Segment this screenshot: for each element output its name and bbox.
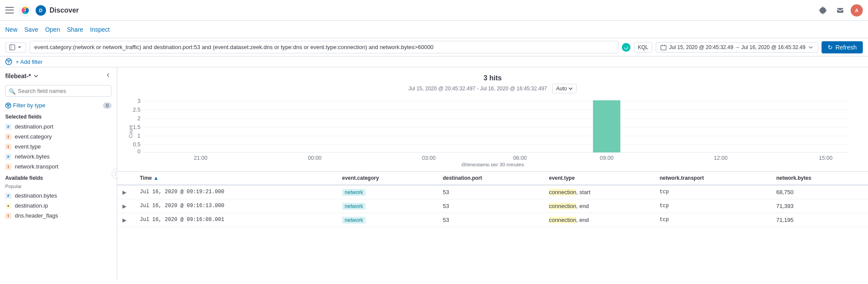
row-network-bytes: 71,393 <box>771 199 868 213</box>
top-icons: A <box>816 3 863 17</box>
svg-text:15:00: 15:00 <box>819 155 833 161</box>
time-picker[interactable]: Jul 15, 2020 @ 20:45:32.49 → Jul 16, 202… <box>656 42 818 53</box>
field-type-badge: # <box>5 124 11 130</box>
row-event-category: network <box>337 185 438 199</box>
resize-icon <box>115 171 117 176</box>
share-button[interactable]: Share <box>67 24 83 35</box>
selected-field-item[interactable]: t event.type <box>0 142 117 152</box>
hamburger-menu[interactable] <box>5 6 14 15</box>
search-field-container: 🔍 <box>5 85 112 97</box>
query-input[interactable] <box>30 41 618 53</box>
row-network-bytes: 68,750 <box>771 185 868 199</box>
refresh-button[interactable]: ↻ Refresh <box>822 41 863 53</box>
th-network-transport[interactable]: network.transport <box>654 172 771 185</box>
row-network-transport: tcp <box>654 185 771 199</box>
svg-text:03:00: 03:00 <box>422 155 436 161</box>
query-submit-btn[interactable] <box>622 43 630 52</box>
svg-text:00:00: 00:00 <box>308 155 322 161</box>
row-destination-port: 53 <box>438 199 544 213</box>
filter-options-btn[interactable] <box>5 58 12 65</box>
inspect-button[interactable]: Inspect <box>90 24 110 35</box>
index-pattern-label: filebeat-* <box>5 73 31 79</box>
th-network-bytes-label: network.bytes <box>776 175 812 181</box>
index-pattern-selector[interactable]: filebeat-* <box>5 73 39 79</box>
svg-point-3 <box>22 8 25 13</box>
table-header-row: Time ▲ event.category destination.port e… <box>117 172 868 185</box>
field-name: event.category <box>15 133 52 140</box>
chart-time-range-bar: Jul 15, 2020 @ 20:45:32.497 - Jul 16, 20… <box>128 84 858 93</box>
search-field-input[interactable] <box>5 85 112 97</box>
sort-asc-icon: ▲ <box>153 175 158 181</box>
row-network-transport: tcp <box>654 213 771 227</box>
add-filter-button[interactable]: + Add filter <box>16 59 43 65</box>
open-button[interactable]: Open <box>45 24 60 35</box>
action-bar: New Save Open Share Inspect <box>0 21 868 38</box>
auto-interval-select[interactable]: Auto <box>552 84 577 93</box>
selected-field-item[interactable]: t network.transport <box>0 162 117 172</box>
th-network-bytes[interactable]: network.bytes <box>771 172 868 185</box>
refresh-icon: ↻ <box>828 44 833 51</box>
svg-text:0: 0 <box>137 149 140 155</box>
event-category-tag: network <box>342 203 366 210</box>
th-destination-port[interactable]: destination.port <box>438 172 544 185</box>
field-name: network.transport <box>15 163 58 170</box>
svg-text:1: 1 <box>137 133 140 139</box>
settings-icon-btn[interactable] <box>816 3 830 17</box>
svg-text:3: 3 <box>137 98 140 104</box>
sidebar: filebeat-* 🔍 Filter by type 0 Selected f… <box>0 67 117 280</box>
index-selector[interactable] <box>5 42 26 53</box>
field-type-badge: t <box>5 134 11 140</box>
event-type-highlight: connection <box>549 217 576 223</box>
field-type-badge: t <box>5 164 11 170</box>
row-expand-btn[interactable]: ▶ <box>122 189 126 195</box>
elastic-logo <box>19 4 31 17</box>
row-expand-btn[interactable]: ▶ <box>122 217 126 223</box>
available-field-item[interactable]: ● destination.ip <box>0 201 117 211</box>
new-button[interactable]: New <box>5 24 17 35</box>
svg-text:2.5: 2.5 <box>133 107 141 113</box>
filter-type-row: Filter by type 0 <box>0 100 117 110</box>
refresh-label: Refresh <box>835 44 857 51</box>
chevron-down-chart-icon <box>568 86 573 91</box>
refresh-small-icon <box>624 45 628 50</box>
svg-rect-5 <box>10 44 15 50</box>
selected-field-item[interactable]: # network.bytes <box>0 152 117 162</box>
available-field-item[interactable]: # destination.bytes <box>0 191 117 201</box>
field-name: event.type <box>15 143 41 150</box>
field-name: destination.bytes <box>15 192 57 199</box>
selected-field-item[interactable]: t event.category <box>0 132 117 142</box>
svg-text:21:00: 21:00 <box>194 155 208 161</box>
event-type-highlight: connection <box>549 189 576 195</box>
histogram-chart: 3 2.5 2 1.5 1 0.5 0 Count 21 <box>128 97 858 166</box>
chevron-down-index-icon <box>33 73 39 79</box>
row-expand-cell: ▶ <box>117 199 135 213</box>
field-name: destination.ip <box>15 202 48 209</box>
filter-by-type-button[interactable]: Filter by type <box>5 102 45 109</box>
row-network-bytes: 71,195 <box>771 213 868 227</box>
save-button[interactable]: Save <box>24 24 38 35</box>
svg-rect-7 <box>661 45 666 50</box>
row-expand-btn[interactable]: ▶ <box>122 203 126 209</box>
mail-icon-btn[interactable] <box>833 3 847 17</box>
app-title: Discover <box>50 7 816 14</box>
event-category-tag: network <box>342 189 366 196</box>
svg-point-0 <box>20 4 31 16</box>
th-event-category[interactable]: event.category <box>337 172 438 185</box>
kql-button[interactable]: KQL <box>634 42 652 53</box>
sidebar-collapse-btn[interactable] <box>105 72 112 80</box>
row-event-type: connection, end <box>544 199 654 213</box>
top-bar: D Discover A <box>0 0 868 21</box>
main-layout: filebeat-* 🔍 Filter by type 0 Selected f… <box>0 67 868 280</box>
selected-field-item[interactable]: # destination.port <box>0 122 117 132</box>
available-field-item[interactable]: t dns.header_flags <box>0 211 117 221</box>
avatar[interactable]: A <box>851 4 863 17</box>
th-event-type-label: event.type <box>549 175 574 181</box>
app-badge: D <box>36 5 46 16</box>
field-name: dns.header_flags <box>15 212 58 219</box>
th-event-type[interactable]: event.type <box>544 172 654 185</box>
th-time[interactable]: Time ▲ <box>135 172 337 185</box>
chevron-down-icon <box>17 45 22 50</box>
event-category-tag: network <box>342 217 366 224</box>
filter-by-type-label: Filter by type <box>13 102 45 109</box>
row-time: Jul 16, 2020 @ 09:19:21.000 <box>135 185 337 199</box>
